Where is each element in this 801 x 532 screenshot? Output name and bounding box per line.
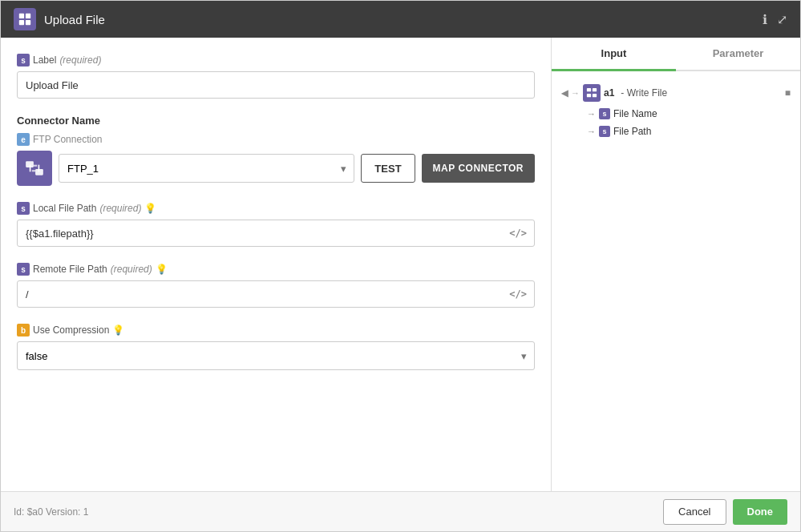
- expand-icon[interactable]: ⤢: [777, 12, 787, 27]
- label-required: (required): [59, 54, 101, 66]
- child-arrow-filepath: →: [587, 127, 596, 136]
- svg-rect-1: [26, 14, 30, 18]
- remote-path-required: (required): [111, 264, 152, 275]
- compression-select-wrap: false true ▾: [17, 341, 535, 370]
- connector-name-label: Connector Name: [17, 115, 535, 127]
- svg-rect-0: [19, 14, 24, 18]
- svg-rect-3: [26, 20, 30, 25]
- tree-root-menu[interactable]: ■: [785, 87, 791, 99]
- cancel-button[interactable]: Cancel: [663, 499, 726, 525]
- tree-child-file-name: → s File Name: [587, 105, 794, 123]
- tab-parameter[interactable]: Parameter: [676, 38, 800, 71]
- connector-name-group: Connector Name e FTP Connection: [17, 115, 535, 186]
- tree-root-arrow[interactable]: ◀: [561, 88, 568, 99]
- svg-rect-11: [593, 94, 597, 97]
- remote-file-path-label: s Remote File Path (required) 💡: [17, 263, 535, 276]
- label-type-badge: s: [17, 54, 30, 66]
- child-label-filepath: File Path: [613, 126, 651, 137]
- footer-meta: Id: $a0 Version: 1: [14, 506, 88, 518]
- connector-type-badge: e: [17, 133, 30, 146]
- modal-wrapper: Upload File ℹ ⤢ s Label (required) Conne…: [0, 0, 801, 532]
- tree-root-connect-arrow: →: [571, 88, 580, 98]
- header-icon: [14, 8, 36, 30]
- remote-path-input-wrap: </>: [17, 280, 535, 308]
- child-type-badge-filename: s: [599, 108, 610, 119]
- remote-path-hint-icon: 💡: [156, 264, 168, 275]
- page-title: Upload File: [44, 13, 763, 26]
- info-icon[interactable]: ℹ: [763, 12, 767, 27]
- connector-type-label: e FTP Connection: [17, 133, 535, 146]
- label-text: Label: [33, 54, 56, 66]
- right-content: ◀ → a1 - Write File ■: [552, 71, 800, 491]
- connector-select[interactable]: FTP_1: [59, 154, 354, 183]
- tree-root-node: ◀ → a1 - Write File ■: [558, 81, 794, 105]
- done-button[interactable]: Done: [733, 499, 788, 525]
- local-file-path-input[interactable]: [17, 220, 535, 247]
- local-file-path-group: s Local File Path (required) 💡 </>: [17, 202, 535, 247]
- use-compression-group: b Use Compression 💡 false true ▾: [17, 324, 535, 370]
- local-path-type-badge: s: [17, 202, 30, 215]
- compression-type-badge: b: [17, 324, 30, 337]
- child-label-filename: File Name: [613, 108, 657, 119]
- tree-root-icon: [583, 84, 601, 102]
- tree-root-name: a1: [604, 87, 614, 99]
- child-type-badge-filepath: s: [599, 126, 610, 137]
- test-button[interactable]: TEST: [361, 154, 415, 183]
- footer-buttons: Cancel Done: [663, 499, 787, 525]
- svg-rect-8: [587, 88, 591, 91]
- label-input[interactable]: [17, 71, 535, 99]
- tree-child-file-path: → s File Path: [587, 123, 794, 140]
- left-panel: s Label (required) Connector Name e FTP …: [1, 38, 552, 491]
- tree-children: → s File Name → s File Path: [587, 105, 794, 140]
- label-field-label: s Label (required): [17, 54, 535, 66]
- remote-path-type-badge: s: [17, 263, 30, 276]
- local-path-text: Local File Path: [33, 203, 96, 214]
- connector-select-wrap: FTP_1 ▾: [59, 154, 354, 183]
- connector-row: FTP_1 ▾ TEST MAP CONNECTOR: [17, 151, 535, 186]
- tree-root-suffix: - Write File: [621, 87, 667, 99]
- local-path-required: (required): [99, 203, 141, 214]
- child-arrow-filename: →: [587, 109, 596, 119]
- right-tabs: Input Parameter: [552, 38, 800, 71]
- right-panel: Input Parameter ◀ →: [552, 38, 800, 491]
- modal-header: Upload File ℹ ⤢: [1, 1, 800, 38]
- label-group: s Label (required): [17, 54, 535, 99]
- map-connector-button[interactable]: MAP CONNECTOR: [422, 154, 535, 183]
- remote-path-text: Remote File Path: [33, 264, 107, 275]
- connector-icon-box: [17, 151, 52, 186]
- svg-rect-9: [593, 88, 597, 91]
- local-path-hint-icon: 💡: [144, 203, 156, 214]
- header-actions: ℹ ⤢: [763, 12, 787, 27]
- remote-file-path-group: s Remote File Path (required) 💡 </>: [17, 263, 535, 308]
- modal-body: s Label (required) Connector Name e FTP …: [1, 38, 800, 491]
- svg-rect-2: [19, 20, 24, 25]
- svg-rect-10: [587, 94, 591, 97]
- use-compression-label: b Use Compression 💡: [17, 324, 535, 337]
- use-compression-select[interactable]: false true: [17, 341, 535, 370]
- local-file-path-label: s Local File Path (required) 💡: [17, 202, 535, 215]
- local-path-input-wrap: </>: [17, 220, 535, 247]
- connector-sub-label: FTP Connection: [33, 134, 103, 145]
- tab-input[interactable]: Input: [552, 38, 676, 71]
- modal-footer: Id: $a0 Version: 1 Cancel Done: [1, 491, 800, 531]
- compression-text: Use Compression: [33, 324, 109, 336]
- remote-file-path-input[interactable]: [17, 280, 535, 308]
- compression-hint-icon: 💡: [112, 324, 124, 336]
